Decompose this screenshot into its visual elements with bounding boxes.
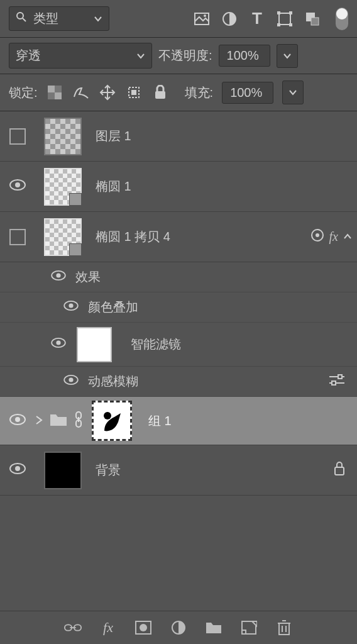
svg-rect-32 [338, 375, 342, 379]
fill-dropdown-button[interactable] [282, 80, 304, 104]
layer-thumbnail[interactable] [44, 218, 82, 256]
svg-point-21 [316, 233, 319, 237]
opacity-dropdown-button[interactable] [277, 44, 298, 68]
layer-select-box[interactable] [9, 128, 26, 145]
smart-filter-row[interactable]: 智能滤镜 [0, 323, 357, 367]
layer-thumbnail[interactable] [44, 452, 82, 489]
blend-mode-label: 穿透 [16, 47, 41, 64]
effect-color-overlay-row[interactable]: 颜色叠加 [0, 292, 357, 323]
layer-row[interactable]: 椭圆 1 [0, 162, 357, 212]
svg-rect-17 [155, 91, 165, 99]
effects-heading: 效果 [75, 269, 101, 286]
layer-name[interactable]: 椭圆 1 [96, 178, 357, 195]
lock-transparency-icon[interactable] [47, 84, 63, 101]
svg-point-27 [56, 340, 60, 345]
blend-mode-dropdown[interactable]: 穿透 [9, 43, 152, 69]
smart-object-badge-icon [69, 243, 82, 256]
svg-rect-11 [311, 18, 319, 25]
svg-point-25 [69, 303, 73, 308]
filter-type-text-icon[interactable]: T [249, 11, 265, 27]
layer-style-button[interactable]: fx [99, 620, 117, 635]
effect-name: 颜色叠加 [88, 299, 138, 316]
filter-adjustment-icon[interactable] [221, 11, 238, 27]
filter-options-icon[interactable] [328, 374, 346, 389]
svg-line-1 [23, 18, 26, 21]
lock-icon[interactable] [333, 461, 346, 479]
filter-mask-thumbnail[interactable] [77, 327, 112, 362]
visibility-eye-icon[interactable] [9, 462, 26, 478]
visibility-eye-icon[interactable] [50, 270, 67, 284]
filter-type-dropdown[interactable]: 类型 [9, 6, 109, 31]
fill-label: 填充: [185, 84, 214, 101]
lock-artboard-icon[interactable] [126, 84, 142, 101]
layer-row[interactable]: 椭圆 1 拷贝 4 fx [0, 212, 357, 262]
visibility-eye-icon[interactable] [50, 337, 67, 352]
effect-motion-blur-row[interactable]: 动感模糊 [0, 367, 357, 397]
filter-smart-icon[interactable] [304, 11, 321, 27]
layer-group-row[interactable]: 组 1 [0, 397, 357, 445]
folder-icon [49, 412, 68, 430]
smart-object-badge-icon [69, 193, 82, 206]
layer-row[interactable]: 图层 1 [0, 111, 357, 162]
svg-rect-14 [55, 92, 62, 99]
layer-name[interactable]: 图层 1 [96, 128, 357, 145]
collapse-effects-icon[interactable] [343, 230, 352, 244]
layer-name[interactable]: 椭圆 1 拷贝 4 [96, 228, 310, 245]
fill-input[interactable]: 100% [222, 82, 273, 104]
lock-image-icon[interactable] [73, 84, 89, 101]
mask-thumbnail[interactable] [92, 401, 132, 441]
svg-rect-16 [131, 90, 136, 95]
blend-indicator-icon [310, 228, 324, 245]
svg-rect-13 [48, 86, 55, 92]
add-mask-button[interactable] [135, 620, 152, 635]
lock-position-icon[interactable] [99, 84, 116, 101]
svg-point-35 [15, 417, 20, 422]
filter-shape-icon[interactable] [277, 11, 293, 27]
visibility-eye-icon[interactable] [63, 374, 79, 389]
link-icon[interactable] [74, 411, 85, 431]
effect-name: 动感模糊 [88, 373, 138, 390]
svg-rect-42 [335, 467, 344, 475]
expand-group-icon[interactable] [35, 414, 43, 428]
layer-background-row[interactable]: 背景 [0, 445, 357, 496]
link-layers-button[interactable] [64, 620, 82, 635]
opacity-label: 不透明度: [158, 47, 212, 64]
svg-point-3 [204, 14, 206, 17]
new-group-button[interactable] [205, 620, 222, 635]
svg-point-39 [104, 412, 111, 419]
svg-rect-7 [289, 11, 292, 14]
chevron-down-icon [136, 52, 145, 60]
svg-point-0 [17, 13, 23, 19]
svg-point-41 [15, 466, 20, 471]
lock-all-icon[interactable] [152, 84, 168, 101]
layer-name[interactable]: 背景 [96, 462, 333, 479]
visibility-eye-icon[interactable] [9, 179, 26, 194]
delete-layer-button[interactable] [275, 620, 293, 635]
new-layer-button[interactable] [240, 620, 258, 635]
layer-thumbnail[interactable] [44, 118, 82, 155]
filter-type-label: 类型 [33, 10, 58, 27]
layer-name[interactable]: 组 1 [148, 413, 172, 430]
svg-rect-8 [277, 23, 280, 26]
svg-rect-5 [279, 13, 290, 25]
opacity-input[interactable]: 100% [219, 45, 270, 67]
smart-filter-label: 智能滤镜 [131, 336, 181, 353]
lock-label: 锁定: [9, 84, 38, 101]
adjustment-layer-button[interactable] [170, 620, 187, 635]
artboard-toggle[interactable] [336, 8, 348, 30]
search-icon [16, 11, 27, 26]
visibility-eye-icon[interactable] [63, 300, 79, 314]
layer-thumbnail[interactable] [44, 168, 82, 206]
filter-pixel-icon[interactable] [194, 11, 210, 27]
chevron-down-icon [94, 14, 102, 23]
layer-select-box[interactable] [9, 229, 26, 245]
svg-rect-51 [279, 623, 289, 635]
svg-rect-6 [277, 11, 280, 14]
svg-rect-9 [289, 23, 292, 26]
effects-heading-row[interactable]: 效果 [0, 262, 357, 292]
svg-point-19 [15, 182, 20, 187]
svg-point-23 [56, 273, 60, 277]
svg-point-47 [140, 624, 147, 631]
visibility-eye-icon[interactable] [9, 413, 26, 429]
fx-label[interactable]: fx [329, 230, 338, 244]
